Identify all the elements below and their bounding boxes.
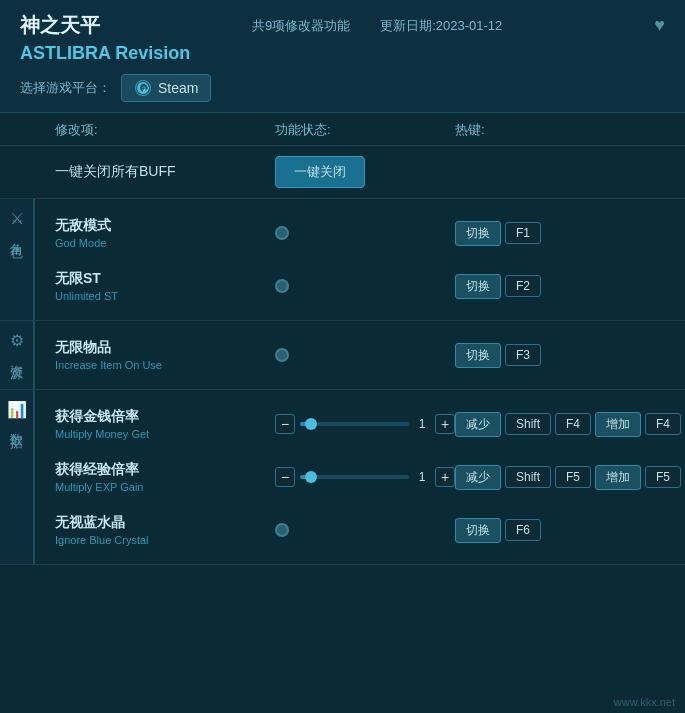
resources-section: ⚙ 资源 无限物品 Increase Item On Use 切换 F3 <box>0 321 685 390</box>
money-slider-value: 1 <box>414 417 430 431</box>
money-dec-shift[interactable]: Shift <box>505 413 551 435</box>
resources-icon: ⚙ <box>10 331 24 350</box>
steam-icon <box>134 79 152 97</box>
unlimited-st-en: Unlimited ST <box>55 290 275 302</box>
unlimited-st-hotkey-f2[interactable]: F2 <box>505 275 541 297</box>
steam-label: Steam <box>158 80 198 96</box>
game-title-cn: 神之天平 <box>20 12 100 39</box>
god-mode-toggle[interactable] <box>275 226 289 240</box>
unlimited-st-toggle[interactable] <box>275 279 289 293</box>
exp-dec-f5[interactable]: F5 <box>555 466 591 488</box>
money-dec-label[interactable]: 减少 <box>455 412 501 437</box>
exp-dec-shift[interactable]: Shift <box>505 466 551 488</box>
exp-slider-plus[interactable]: + <box>435 467 455 487</box>
unlimited-items-en: Increase Item On Use <box>55 359 275 371</box>
character-section-main: 无敌模式 God Mode 切换 F1 无限ST Unlimited ST 切换… <box>35 199 685 320</box>
resources-section-main: 无限物品 Increase Item On Use 切换 F3 <box>35 321 685 389</box>
unlimited-items-hotkey-f3[interactable]: F3 <box>505 344 541 366</box>
money-slider-plus[interactable]: + <box>435 414 455 434</box>
update-date: 更新日期:2023-01-12 <box>380 17 502 35</box>
exp-mult-cn: 获得经验倍率 <box>55 461 275 479</box>
unlimited-st-cn: 无限ST <box>55 270 275 288</box>
slider-row-money: 获得金钱倍率 Multiply Money Get − 1 + 减少 Shift… <box>55 398 665 451</box>
mod-row-blue-crystal: 无视蓝水晶 Ignore Blue Crystal 切换 F6 <box>55 504 665 556</box>
god-mode-hotkey-f1[interactable]: F1 <box>505 222 541 244</box>
global-row: 一键关闭所有BUFF 一键关闭 <box>0 146 685 199</box>
data-section-side: 📊 数据 <box>0 390 35 564</box>
character-label: 角色 <box>8 232 26 238</box>
platform-row: 选择游戏平台： Steam <box>20 74 665 102</box>
close-all-button[interactable]: 一键关闭 <box>275 156 365 188</box>
global-status: 一键关闭 <box>275 156 455 188</box>
data-label: 数据 <box>8 423 26 429</box>
blue-crystal-hotkey-f6[interactable]: F6 <box>505 519 541 541</box>
blue-crystal-en: Ignore Blue Crystal <box>55 534 275 546</box>
money-slider-minus[interactable]: − <box>275 414 295 434</box>
money-slider-track[interactable] <box>300 422 409 426</box>
header: 神之天平 共9项修改器功能 更新日期:2023-01-12 ♥ ASTLIBRA… <box>0 0 685 113</box>
exp-dec-label[interactable]: 减少 <box>455 465 501 490</box>
character-icon: ⚔ <box>10 209 24 228</box>
data-section: 📊 数据 获得金钱倍率 Multiply Money Get − 1 + 减少 … <box>0 390 685 565</box>
resources-section-side: ⚙ 资源 <box>0 321 35 389</box>
exp-slider-minus[interactable]: − <box>275 467 295 487</box>
data-section-main: 获得金钱倍率 Multiply Money Get − 1 + 减少 Shift… <box>35 390 685 564</box>
col-header-status: 功能状态: <box>275 121 455 139</box>
unlimited-items-hotkey-label[interactable]: 切换 <box>455 343 501 368</box>
data-icon: 📊 <box>7 400 27 419</box>
table-header: 修改项: 功能状态: 热键: <box>0 113 685 146</box>
god-mode-hotkey-label[interactable]: 切换 <box>455 221 501 246</box>
header-meta: 共9项修改器功能 更新日期:2023-01-12 <box>252 17 502 35</box>
money-inc-label[interactable]: 增加 <box>595 412 641 437</box>
unlimited-items-cn: 无限物品 <box>55 339 275 357</box>
exp-hotkey-col: 减少 Shift F5 增加 F5 <box>455 465 681 490</box>
unlimited-items-toggle[interactable] <box>275 348 289 362</box>
exp-inc-label[interactable]: 增加 <box>595 465 641 490</box>
exp-inc-f5[interactable]: F5 <box>645 466 681 488</box>
blue-crystal-cn: 无视蓝水晶 <box>55 514 275 532</box>
steam-button[interactable]: Steam <box>121 74 211 102</box>
character-section-side: ⚔ 角色 <box>0 199 35 320</box>
game-title-en: ASTLIBRA Revision <box>20 43 665 64</box>
exp-slider-value: 1 <box>414 470 430 484</box>
resources-label: 资源 <box>8 354 26 360</box>
god-mode-en: God Mode <box>55 237 275 249</box>
watermark: www.kkx.net <box>614 696 675 708</box>
mod-row-god-mode: 无敌模式 God Mode 切换 F1 <box>55 207 665 260</box>
exp-mult-en: Multiply EXP Gain <box>55 481 275 493</box>
favorite-icon[interactable]: ♥ <box>654 15 665 36</box>
mod-row-unlimited-st: 无限ST Unlimited ST 切换 F2 <box>55 260 665 312</box>
global-mod-name: 一键关闭所有BUFF <box>55 163 275 181</box>
blue-crystal-toggle[interactable] <box>275 523 289 537</box>
money-mult-cn: 获得金钱倍率 <box>55 408 275 426</box>
exp-slider-track[interactable] <box>300 475 409 479</box>
slider-row-exp: 获得经验倍率 Multiply EXP Gain − 1 + 减少 Shift … <box>55 451 665 504</box>
unlimited-st-hotkey-label[interactable]: 切换 <box>455 274 501 299</box>
character-section: ⚔ 角色 无敌模式 God Mode 切换 F1 无限ST Unlimited … <box>0 199 685 321</box>
money-mult-en: Multiply Money Get <box>55 428 275 440</box>
platform-label: 选择游戏平台： <box>20 79 111 97</box>
god-mode-cn: 无敌模式 <box>55 217 275 235</box>
modifier-count: 共9项修改器功能 <box>252 17 350 35</box>
mod-row-unlimited-items: 无限物品 Increase Item On Use 切换 F3 <box>55 329 665 381</box>
money-dec-f4[interactable]: F4 <box>555 413 591 435</box>
blue-crystal-hotkey-label[interactable]: 切换 <box>455 518 501 543</box>
money-hotkey-col: 减少 Shift F4 增加 F4 <box>455 412 681 437</box>
col-header-name: 修改项: <box>55 121 275 139</box>
col-header-hotkey: 热键: <box>455 121 665 139</box>
money-inc-f4[interactable]: F4 <box>645 413 681 435</box>
